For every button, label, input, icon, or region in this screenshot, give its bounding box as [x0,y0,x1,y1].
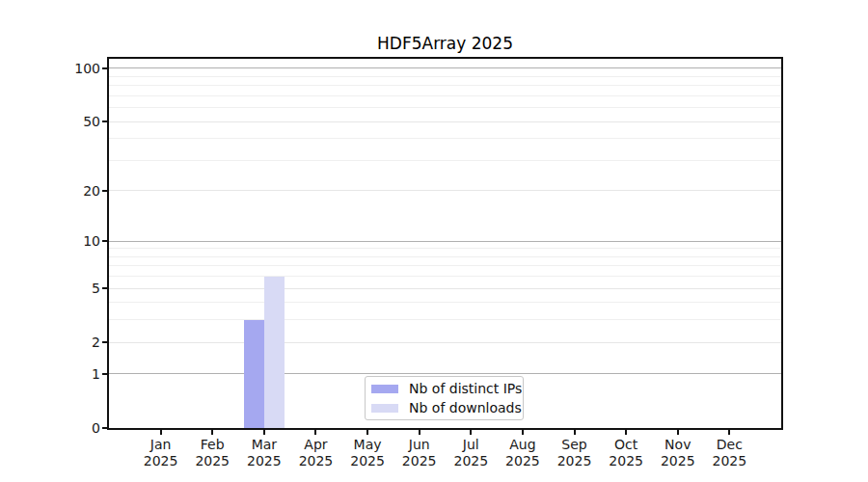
y-axis-tick [102,190,108,192]
y-axis-tick-label: 50 [35,112,100,131]
y-axis-tick [102,341,108,343]
y-axis-tick-label: 5 [35,279,100,298]
minor-gridline [109,107,781,108]
y-axis-tick-label: 10 [35,231,100,251]
minor-gridline [109,85,781,86]
y-axis-tick [102,67,108,69]
x-axis-tick [728,430,730,435]
x-axis-tick [314,430,316,435]
y-axis-tick [102,120,108,122]
decade-gridline [109,67,781,68]
legend-item-distinct-ips: Nb of distinct IPs [371,379,517,398]
legend-item-downloads: Nb of downloads [371,398,517,417]
bar-downloads [264,277,285,428]
minor-gridline [109,138,781,139]
y-axis-tick [102,427,108,429]
legend-label-distinct-ips: Nb of distinct IPs [409,379,522,398]
minor-gridline [109,276,781,277]
x-axis-tick [263,430,265,435]
decade-gridline [109,241,781,242]
gridline [109,121,781,122]
x-axis-tick [522,430,524,435]
x-axis-tick [677,430,679,435]
gridline [109,190,781,191]
y-axis-tick [102,287,108,289]
y-axis-tick [102,373,108,375]
y-axis-tick-label: 20 [35,181,100,201]
minor-gridline [109,95,781,96]
y-axis-tick-label: 2 [35,333,100,352]
download-stats-chart: HDF5Array 2025 Nb of distinct IPs Nb of … [0,0,868,482]
minor-gridline [109,256,781,257]
month-year: 2025 [698,453,760,469]
minor-gridline [109,76,781,77]
minor-gridline [109,265,781,266]
x-axis-tick [160,430,162,435]
x-axis-tick [419,430,420,435]
x-axis-tick [211,430,213,435]
legend-swatch-distinct-ips-icon [371,385,398,393]
gridline [109,342,781,343]
x-axis-tick [574,430,576,435]
minor-gridline [109,160,781,161]
decade-gridline [109,373,781,374]
month-name: Dec [698,437,760,453]
legend: Nb of distinct IPs Nb of downloads [365,376,524,420]
gridline [109,288,781,289]
legend-swatch-downloads-icon [371,404,398,413]
minor-gridline [109,302,781,303]
bar-distinct-ips [244,320,264,428]
chart-title: HDF5Array 2025 [109,32,781,55]
legend-label-downloads: Nb of downloads [409,398,522,417]
x-axis-tick [625,430,627,435]
minor-gridline [109,248,781,249]
x-axis-tick [470,430,472,435]
plot-area [107,57,783,430]
minor-gridline [109,319,781,320]
x-axis-tick [366,430,368,435]
y-axis-tick [102,240,108,242]
x-axis-month-label: Dec2025 [698,437,760,469]
y-axis-tick-label: 0 [35,418,100,438]
y-axis-tick-label: 1 [35,364,100,384]
y-axis-tick-label: 100 [35,59,100,78]
